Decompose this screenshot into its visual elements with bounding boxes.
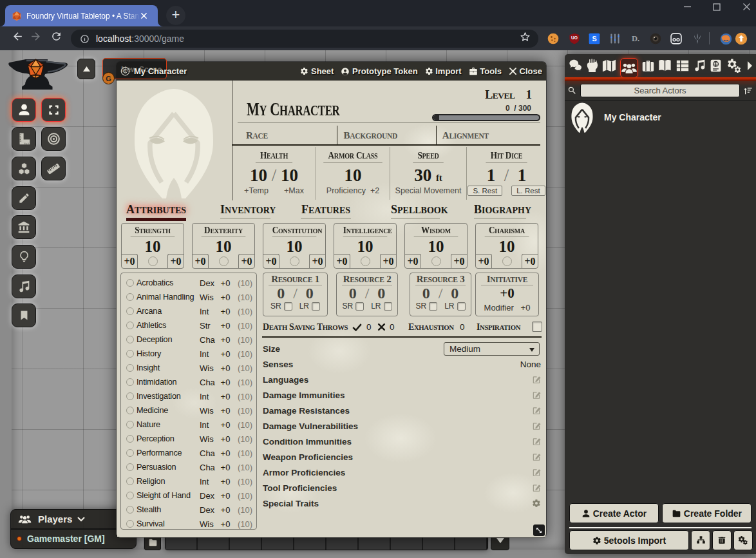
svg-text:D.: D. [632,34,639,43]
svg-text:UO: UO [571,35,578,40]
svg-text:S: S [592,35,596,43]
